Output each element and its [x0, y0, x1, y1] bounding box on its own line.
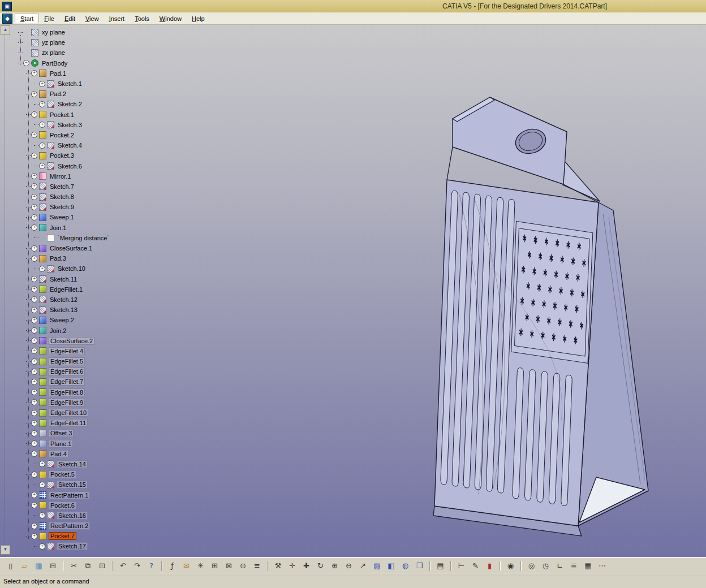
clock-icon[interactable]: ◷	[540, 560, 552, 572]
tree-item[interactable]: zx plane	[18, 47, 110, 58]
tree-item-label[interactable]: RectPattern.1	[49, 491, 90, 499]
tree-item-label[interactable]: Sweep.2	[49, 317, 75, 323]
tree-item[interactable]: +Pocket.1	[26, 110, 110, 120]
expand-toggle-icon[interactable]: +	[31, 194, 37, 200]
expand-toggle-icon[interactable]: +	[31, 492, 37, 498]
tree-item-label[interactable]: Sketch.8	[49, 193, 75, 200]
tree-item[interactable]: +EdgeFillet.1	[26, 284, 110, 295]
tree-item[interactable]: +RectPattern.2	[26, 521, 110, 531]
tree-item[interactable]: +Sweep.2	[26, 315, 110, 325]
multi-view-icon[interactable]: ❒	[414, 560, 425, 572]
axis-icon[interactable]: ∟	[554, 560, 566, 572]
expand-toggle-icon[interactable]: +	[31, 132, 37, 138]
lock-icon[interactable]: ⊙	[237, 560, 249, 572]
menu-item-view[interactable]: View	[80, 14, 104, 23]
iso-view-icon[interactable]: ◧	[385, 560, 397, 572]
tree-item-label[interactable]: Sketch.17	[57, 542, 88, 550]
grid-icon[interactable]: ▦	[582, 560, 594, 572]
tree-item[interactable]: +Pad.1	[26, 68, 110, 79]
comment-icon[interactable]: ✉	[180, 560, 192, 572]
tree-item[interactable]: +RectPattern.1	[26, 490, 110, 500]
tree-item[interactable]: +Plane.1	[26, 439, 110, 449]
print-preview-icon[interactable]: ▤	[434, 560, 446, 572]
wrench-icon[interactable]: ⚒	[272, 560, 284, 572]
tree-item-label[interactable]: xy plane	[41, 29, 66, 36]
tree-item[interactable]: +Sketch.1	[34, 79, 110, 89]
expand-toggle-icon[interactable]: +	[31, 472, 37, 478]
tree-item[interactable]: +Join.2	[26, 325, 110, 335]
expand-toggle-icon[interactable]: +	[31, 183, 37, 189]
expand-toggle-icon[interactable]: +	[31, 430, 37, 436]
tree-item-label[interactable]: Sketch.2	[57, 101, 83, 107]
rotate-icon[interactable]: ↻	[315, 560, 326, 572]
material-icon[interactable]: ▮	[484, 560, 496, 572]
tree-item-label[interactable]: Sweep.1	[49, 214, 75, 220]
expand-toggle-icon[interactable]: +	[39, 163, 45, 169]
tree-item-label[interactable]: Sketch.12	[49, 296, 79, 303]
tree-item-label[interactable]: `Merging distance`	[57, 235, 110, 241]
tree-item-label[interactable]: PartBody	[41, 60, 68, 67]
specification-tree[interactable]: xy planeyz planezx plane−PartBody+Pad.1+…	[11, 27, 110, 552]
expand-toggle-icon[interactable]: +	[31, 358, 37, 365]
tree-item-label[interactable]: Sketch.9	[49, 204, 75, 210]
print-icon[interactable]: ⊟	[47, 560, 59, 572]
normal-view-icon[interactable]: ▨	[371, 560, 383, 572]
tree-item-label[interactable]: Pocket.7	[49, 532, 76, 540]
expand-toggle-icon[interactable]: +	[31, 296, 37, 302]
undo-icon[interactable]: ↶	[117, 560, 129, 572]
tree-item-label[interactable]: EdgeFillet.1	[49, 286, 84, 293]
tree-item[interactable]: +Sketch.4	[34, 140, 110, 150]
tree-item[interactable]: +EdgeFillet.4	[26, 346, 110, 356]
snap-icon[interactable]: ✛	[286, 560, 298, 572]
menu-item-insert[interactable]: Insert	[104, 14, 130, 23]
expand-toggle-icon[interactable]: +	[31, 379, 37, 385]
viewport[interactable]: ▲ ▼ xy planeyz planezx plane−PartBody+Pa…	[0, 25, 706, 557]
expand-toggle-icon[interactable]: +	[39, 543, 45, 550]
tree-item[interactable]: +Sketch.9	[26, 202, 110, 212]
tree-item-label[interactable]: EdgeFillet.7	[49, 378, 85, 386]
expand-toggle-icon[interactable]: +	[39, 101, 45, 107]
tree-item-label[interactable]: Sketch.10	[57, 265, 87, 272]
tree-item[interactable]: +Sketch.3	[34, 120, 110, 130]
menu-item-start[interactable]: Start	[15, 14, 39, 23]
tree-item-label[interactable]: EdgeFillet.5	[49, 357, 85, 365]
tree-item[interactable]: +CloseSurface.2	[26, 336, 110, 346]
tree-item[interactable]: +Pad.4	[26, 449, 110, 459]
options-icon[interactable]: ⋯	[596, 560, 608, 572]
tree-item[interactable]: +EdgeFillet.10	[26, 408, 110, 418]
tree-item-label[interactable]: Pocket.3	[49, 152, 75, 159]
tree-item-label[interactable]: Pad.1	[49, 70, 67, 77]
tree-item-label[interactable]: Mirror.1	[49, 173, 72, 180]
paste-icon[interactable]: ⊡	[96, 560, 108, 572]
constraints-icon[interactable]: ≡	[251, 560, 263, 572]
tree-item[interactable]: +Sketch.6	[34, 161, 110, 171]
tree-item-label[interactable]: zx plane	[41, 49, 66, 56]
annotation-icon[interactable]: ✎	[470, 560, 481, 572]
menu-item-tools[interactable]: Tools	[130, 14, 154, 23]
tree-item[interactable]: +Sketch.7	[26, 181, 110, 192]
tree-item-label[interactable]: CloseSurface.2	[49, 337, 94, 345]
expand-toggle-icon[interactable]: +	[31, 70, 37, 76]
tree-item-label[interactable]: Sketch.3	[57, 122, 83, 128]
expand-toggle-icon[interactable]: +	[39, 461, 45, 467]
tree-item-label[interactable]: Offset.3	[49, 429, 74, 437]
tree-item-label[interactable]: Pocket.2	[49, 132, 75, 139]
tree-item-label[interactable]: EdgeFillet.8	[49, 388, 85, 396]
tree-item-label[interactable]: yz plane	[41, 39, 66, 46]
tree-item[interactable]: +CloseSurface.1	[26, 243, 110, 253]
expand-toggle-icon[interactable]: +	[31, 420, 37, 426]
tree-item-label[interactable]: Pocket.1	[49, 111, 75, 118]
tree-item[interactable]: +Sketch.17	[34, 541, 110, 551]
expand-toggle-icon[interactable]: +	[39, 122, 45, 128]
tree-item[interactable]: +Pad.2	[26, 89, 110, 99]
tree-item[interactable]: yz plane	[18, 37, 110, 47]
tree-item-label[interactable]: Sketch.14	[57, 460, 88, 468]
tree-item-label[interactable]: Pad.4	[49, 450, 68, 458]
tree-item-label[interactable]: EdgeFillet.9	[49, 399, 85, 407]
tree-item[interactable]: +Sketch.10	[34, 263, 110, 274]
tree-item[interactable]: +Sketch.2	[34, 99, 110, 109]
tree-item[interactable]: −PartBody	[18, 58, 110, 68]
tree-item-label[interactable]: Pad.3	[49, 255, 67, 262]
tree-item-label[interactable]: RectPattern.2	[49, 522, 90, 530]
redo-icon[interactable]: ↷	[131, 560, 143, 572]
